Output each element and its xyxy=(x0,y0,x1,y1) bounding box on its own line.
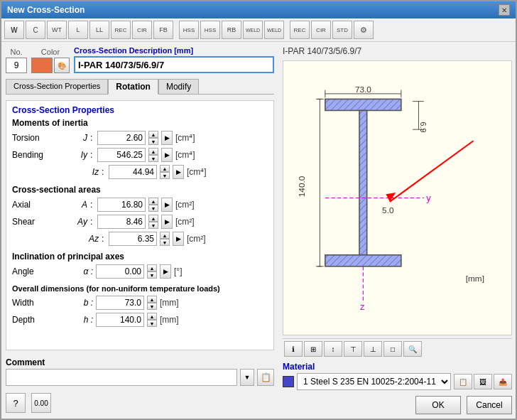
bending-iy-spin-up[interactable]: ▲ xyxy=(148,148,158,155)
help-button[interactable]: ? xyxy=(6,393,26,413)
toolbar-btn-l1[interactable]: L xyxy=(68,21,88,39)
bending-iz-arrow[interactable]: ▶ xyxy=(173,165,184,179)
bending-iy-spin-down[interactable]: ▼ xyxy=(148,155,158,162)
comment-icon-button[interactable]: 📋 xyxy=(257,369,274,386)
axial-spin-down[interactable]: ▼ xyxy=(148,205,158,212)
depth-row: Depth h : ▲ ▼ [mm] xyxy=(12,313,268,327)
toolbar-btn-cir2[interactable]: CIR xyxy=(311,21,331,39)
tab-cross-section-props[interactable]: Cross-Section Properties xyxy=(6,79,108,94)
close-button[interactable]: ✕ xyxy=(499,4,510,16)
toolbar-btn-rec2[interactable]: REC xyxy=(290,21,310,39)
grid-button[interactable]: ⊞ xyxy=(304,341,322,357)
torsion-spin-up[interactable]: ▲ xyxy=(148,131,158,138)
toolbar-btn-c[interactable]: C xyxy=(26,21,45,39)
depth-spinner[interactable]: ▲ ▼ xyxy=(147,313,157,327)
toolbar-btn-hss1[interactable]: HSS xyxy=(179,21,199,39)
depth-spin-down[interactable]: ▼ xyxy=(147,320,157,327)
top-button[interactable]: ⊤ xyxy=(344,341,362,357)
tab-modify[interactable]: Modify xyxy=(158,79,199,94)
shear-az-unit: [cm²] xyxy=(187,234,206,244)
material-row: 1 Steel S 235 EN 10025-2:2004-11 📋 🖼 📤 xyxy=(283,373,512,390)
toolbar-btn-fb[interactable]: FB xyxy=(153,21,173,39)
comment-dropdown[interactable]: ▼ xyxy=(240,369,254,386)
svg-text:140.0: 140.0 xyxy=(297,176,306,197)
mat-img-button[interactable]: 🖼 xyxy=(474,374,492,389)
shear-ay-arrow[interactable]: ▶ xyxy=(161,215,173,229)
toolbar-btn-ll[interactable]: LL xyxy=(89,21,109,39)
bending-iz-spin-up[interactable]: ▲ xyxy=(160,165,170,172)
axial-arrow[interactable]: ▶ xyxy=(161,198,173,212)
toolbar-btn-cir1[interactable]: CIR xyxy=(132,21,152,39)
torsion-spinner[interactable]: ▲ ▼ xyxy=(148,131,158,145)
shear-ay-spinner[interactable]: ▲ ▼ xyxy=(148,215,158,229)
axial-spin-up[interactable]: ▲ xyxy=(148,198,158,205)
shear-az-input[interactable] xyxy=(109,232,157,246)
torsion-spin-down[interactable]: ▼ xyxy=(148,138,158,145)
angle-arrow[interactable]: ▶ xyxy=(160,264,171,279)
torsion-input[interactable] xyxy=(97,131,146,145)
torsion-arrow[interactable]: ▶ xyxy=(161,131,173,145)
width-spin-down[interactable]: ▼ xyxy=(147,303,157,310)
bending-iy-input[interactable] xyxy=(97,148,146,162)
bending-iz-spinner[interactable]: ▲ ▼ xyxy=(160,165,170,179)
shear-ay-spin-down[interactable]: ▼ xyxy=(148,222,158,229)
cs-desc-input[interactable] xyxy=(74,56,274,73)
info-button[interactable]: ℹ xyxy=(284,341,303,357)
toolbar-btn-misc[interactable]: ⚙ xyxy=(354,21,374,39)
shear-az-arrow[interactable]: ▶ xyxy=(173,232,184,246)
axial-row: Axial A : ▲ ▼ ▶ [cm²] xyxy=(12,198,268,212)
toolbar-btn-w[interactable]: W xyxy=(4,21,24,39)
mat-copy-button[interactable]: 📋 xyxy=(454,374,472,389)
angle-spin-down[interactable]: ▼ xyxy=(147,271,157,279)
torsion-row: Torsion J : ▲ ▼ ▶ [cm⁴] xyxy=(12,131,268,145)
toolbar-btn-rec1[interactable]: REC xyxy=(111,21,131,39)
title-bar: New Cross-Section ✕ xyxy=(1,1,516,18)
depth-input[interactable] xyxy=(96,313,144,327)
shear-az-spin-up[interactable]: ▲ xyxy=(160,232,170,239)
zoom-button[interactable]: 🔍 xyxy=(403,341,422,357)
no-value: 9 xyxy=(14,60,19,70)
bending-iz-input[interactable] xyxy=(109,165,157,179)
depth-spin-up[interactable]: ▲ xyxy=(147,313,157,320)
axial-input[interactable] xyxy=(97,198,146,212)
bending-iy-spinner[interactable]: ▲ ▼ xyxy=(148,148,158,162)
toolbar-btn-weld1[interactable]: WELD xyxy=(243,21,263,39)
rect-button[interactable]: □ xyxy=(383,341,402,357)
color-picker-button[interactable]: 🎨 xyxy=(54,58,70,73)
axial-spinner[interactable]: ▲ ▼ xyxy=(148,198,158,212)
bending-iz-spin-down[interactable]: ▼ xyxy=(160,172,170,179)
mat-export-button[interactable]: 📤 xyxy=(494,374,512,389)
tab-rotation[interactable]: Rotation xyxy=(108,79,158,95)
angle-spinner[interactable]: ▲ ▼ xyxy=(147,264,157,279)
toolbar-btn-std[interactable]: STD xyxy=(332,21,352,39)
shear-ay-input[interactable] xyxy=(97,215,146,229)
left-panel: No. 9 Color 🎨 Cross-Section Description … xyxy=(1,42,278,419)
fit-button[interactable]: ↕ xyxy=(324,341,342,357)
toolbar-btn-weld2[interactable]: WELD xyxy=(264,21,284,39)
angle-input[interactable] xyxy=(96,264,144,279)
toolbar-btn-hss2[interactable]: HSS xyxy=(200,21,220,39)
zero-button[interactable]: 0.00 xyxy=(31,393,51,413)
cs-desc-label: Cross-Section Description [mm] xyxy=(74,46,274,55)
material-select[interactable]: 1 Steel S 235 EN 10025-2:2004-11 xyxy=(297,373,451,390)
width-input[interactable] xyxy=(96,296,144,310)
cancel-button[interactable]: Cancel xyxy=(467,396,512,414)
material-section: Material 1 Steel S 235 EN 10025-2:2004-1… xyxy=(283,362,512,390)
bending-iy-var: Iy xyxy=(72,150,87,160)
angle-spin-up[interactable]: ▲ xyxy=(147,264,157,271)
inclination-title: Inclination of principal axes xyxy=(12,252,268,262)
shear-ay-spin-up[interactable]: ▲ xyxy=(148,215,158,222)
shear-az-spinner[interactable]: ▲ ▼ xyxy=(160,232,170,246)
svg-line-24 xyxy=(390,141,474,202)
shear-az-spin-down[interactable]: ▼ xyxy=(160,239,170,246)
comment-input[interactable] xyxy=(6,369,237,386)
width-spinner[interactable]: ▲ ▼ xyxy=(147,296,157,310)
ok-button[interactable]: OK xyxy=(415,396,461,414)
bot-button[interactable]: ⊥ xyxy=(364,341,382,357)
toolbar-btn-wt[interactable]: WT xyxy=(47,21,67,39)
toolbar-btn-rb[interactable]: RB xyxy=(222,21,241,39)
comment-section: Comment ▼ 📋 xyxy=(6,357,274,386)
width-spin-up[interactable]: ▲ xyxy=(147,296,157,303)
bending-iy-arrow[interactable]: ▶ xyxy=(161,148,173,162)
angle-var: α : xyxy=(72,266,93,276)
